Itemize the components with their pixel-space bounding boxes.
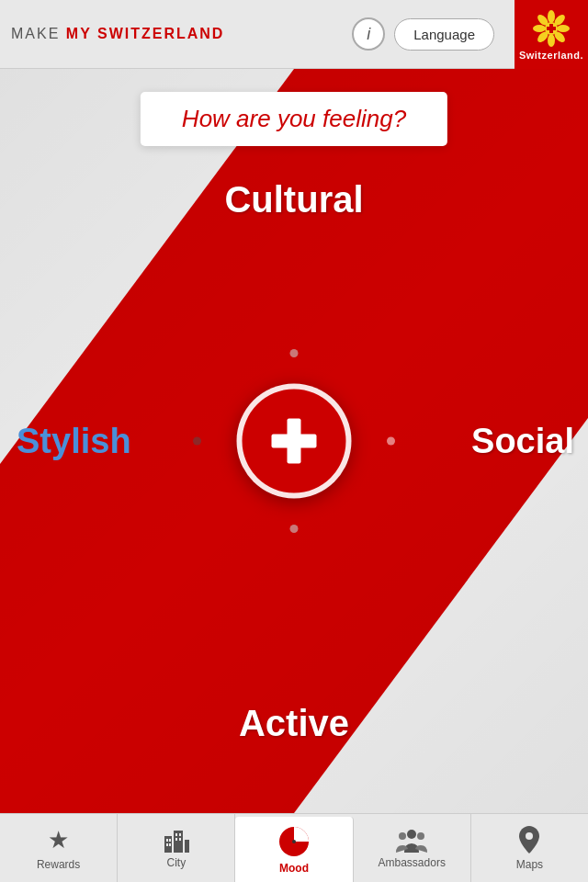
svg-point-2	[557, 25, 570, 32]
swiss-cross-icon	[265, 412, 324, 471]
svg-rect-12	[272, 435, 317, 448]
language-button[interactable]: Language	[394, 18, 494, 51]
mood-icon	[277, 825, 311, 858]
mood-label: Mood	[279, 862, 309, 875]
dot-left	[193, 437, 201, 446]
svg-rect-21	[179, 833, 181, 836]
active-label: Active	[239, 703, 349, 743]
svg-point-27	[399, 832, 406, 840]
rewards-icon: ★	[48, 826, 69, 854]
question-banner: How are you feeling?	[141, 92, 447, 146]
mood-stylish[interactable]: Stylish	[17, 422, 131, 461]
svg-point-25	[292, 840, 296, 843]
maps-label: Maps	[516, 858, 543, 871]
svg-point-29	[526, 832, 533, 840]
social-label: Social	[471, 422, 574, 460]
svg-rect-10	[547, 27, 556, 30]
mood-social[interactable]: Social	[471, 422, 574, 461]
mood-cultural[interactable]: Cultural	[224, 179, 363, 220]
tab-city[interactable]: City	[118, 814, 235, 882]
ambassadors-label: Ambassadors	[379, 856, 446, 869]
tab-maps[interactable]: Maps	[471, 814, 588, 882]
title-area: MAKE MY SWITZERLAND	[11, 26, 343, 42]
svg-rect-14	[174, 831, 183, 853]
svg-rect-20	[175, 833, 177, 836]
logo-flower-icon	[532, 9, 571, 48]
info-button[interactable]: i	[352, 17, 385, 51]
info-icon: i	[367, 25, 370, 43]
tab-bar: ★ Rewards City Mood	[0, 813, 588, 882]
svg-point-28	[417, 832, 424, 840]
dot-top	[290, 349, 299, 357]
city-label: City	[166, 856, 186, 869]
title-highlight: MY SWITZERLAND	[66, 26, 225, 41]
center-circle[interactable]	[237, 384, 352, 499]
main-content: How are you feeling? Cultural Active Sty…	[0, 69, 588, 813]
svg-point-6	[533, 25, 546, 32]
svg-point-4	[548, 34, 555, 47]
dot-right	[387, 437, 395, 446]
tab-ambassadors[interactable]: Ambassadors	[354, 814, 471, 882]
maps-icon	[517, 825, 541, 854]
logo-text: Switzerland.	[519, 50, 583, 61]
svg-point-26	[407, 830, 416, 839]
city-icon	[163, 827, 190, 853]
language-label: Language	[413, 27, 475, 42]
tab-rewards[interactable]: ★ Rewards	[0, 814, 118, 882]
svg-point-0	[548, 10, 555, 23]
mood-active[interactable]: Active	[239, 703, 349, 744]
stylish-label: Stylish	[17, 422, 131, 460]
svg-rect-19	[169, 843, 171, 846]
switzerland-logo: Switzerland.	[514, 0, 588, 69]
dot-bottom	[290, 525, 299, 533]
svg-rect-16	[166, 839, 168, 842]
svg-rect-18	[166, 843, 168, 846]
rewards-label: Rewards	[37, 858, 80, 871]
title-make: MAKE	[11, 26, 60, 41]
svg-rect-22	[175, 838, 177, 841]
ambassadors-icon	[395, 827, 428, 853]
tab-mood[interactable]: Mood	[235, 817, 353, 882]
svg-rect-23	[179, 838, 181, 841]
header-controls: i Language	[352, 17, 494, 51]
svg-rect-15	[185, 840, 189, 853]
cultural-label: Cultural	[224, 179, 363, 220]
question-text: How are you feeling?	[182, 105, 406, 132]
svg-rect-17	[169, 839, 171, 842]
